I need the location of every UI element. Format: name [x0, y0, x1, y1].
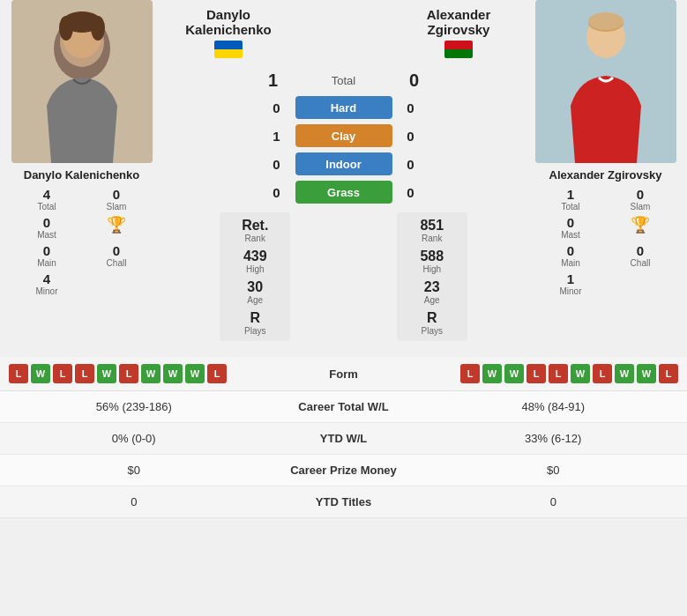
right-form-7: L	[593, 364, 612, 383]
form-label: Form	[282, 367, 406, 381]
surface-row-grass: 0 Grass 0	[167, 181, 520, 204]
left-plays-label: Plays	[228, 326, 281, 336]
surface-row-clay: 1 Clay 0	[167, 124, 520, 147]
right-stat-slam: 0 Slam	[609, 187, 672, 212]
right-form-9: W	[637, 364, 656, 383]
ytd-wl-label: YTD W/L	[256, 432, 432, 445]
left-name-top: DanyloKalenichenko	[167, 7, 290, 37]
ytd-wl-row: 0% (0-0) YTD W/L 33% (6-12)	[0, 423, 687, 455]
right-high-value: 588	[406, 249, 459, 264]
left-rank-value: Ret.	[228, 218, 281, 234]
left-stat-main: 0 Main	[16, 243, 78, 268]
right-form-3: W	[504, 364, 524, 383]
right-flag	[397, 41, 520, 62]
right-stat-total: 1 Total	[540, 187, 602, 212]
left-form-9: W	[185, 364, 205, 383]
total-row: 1 Total 0	[167, 71, 520, 91]
left-form-5: W	[97, 364, 116, 383]
right-player-photo	[535, 0, 676, 163]
right-form-8: W	[615, 364, 634, 383]
svg-point-6	[91, 16, 105, 41]
center-info-panels: Ret. Rank 439 High 30 Age R Plays	[167, 212, 520, 341]
left-form-badges: L W L L W L W W W L	[9, 364, 282, 383]
right-stat-main: 0 Main	[540, 243, 602, 268]
svg-point-10	[588, 12, 624, 30]
career-wl-label: Career Total W/L	[256, 400, 432, 413]
surface-row-hard: 0 Hard 0	[167, 96, 520, 119]
left-form-2: W	[31, 364, 50, 383]
prize-row: $0 Career Prize Money $0	[0, 455, 687, 486]
total-score-left: 1	[256, 71, 291, 91]
left-player-photo	[11, 0, 153, 163]
prize-label: Career Prize Money	[256, 464, 432, 477]
left-ytd-titles: 0	[12, 495, 256, 508]
left-center-info: Ret. Rank 439 High 30 Age R Plays	[220, 212, 290, 341]
right-age-value: 23	[406, 279, 459, 295]
right-name-top: AlexanderZgirovsky	[397, 7, 520, 37]
right-form-1: L	[460, 364, 480, 383]
center-content: DanyloKalenichenko AlexanderZgirovsky 1 …	[163, 0, 524, 348]
svg-point-5	[59, 16, 73, 41]
ytd-titles-label: YTD Titles	[256, 495, 432, 508]
right-player-stats: 1 Total 0 Slam 0 Mast 🏆 0 Main	[540, 187, 672, 296]
form-row: L W L L W L W W W L Form L W W L L W L W	[0, 357, 687, 391]
left-form-6: L	[119, 364, 138, 383]
surface-row-indoor: 0 Indoor 0	[167, 152, 520, 175]
left-stat-slam: 0 Slam	[86, 187, 148, 212]
right-prize: $0	[432, 464, 676, 477]
left-age-value: 30	[228, 279, 281, 295]
left-stat-mast: 0 Mast	[16, 215, 78, 240]
left-stat-total: 4 Total	[16, 187, 78, 212]
surface-rows: 0 Hard 0 1 Clay 0 0 Indoor 0 0 Grass	[167, 96, 520, 204]
right-career-wl: 48% (84-91)	[432, 400, 676, 413]
right-player-card: Alexander Zgirovsky 1 Total 0 Slam 0 Mas…	[524, 0, 687, 348]
left-player-name: Danylo Kalenichenko	[24, 168, 139, 182]
right-ytd-wl: 33% (6-12)	[432, 432, 676, 445]
right-stat-mast: 0 Mast	[540, 215, 602, 240]
ytd-titles-row: 0 YTD Titles 0	[0, 486, 687, 518]
total-score-right: 0	[397, 71, 432, 91]
left-trophy: 🏆	[86, 215, 148, 240]
left-stat-chall: 0 Chall	[86, 243, 148, 268]
main-container: Danylo Kalenichenko 4 Total 0 Slam 0 Mas…	[0, 0, 687, 518]
right-age-label: Age	[406, 295, 459, 305]
right-high-label: High	[406, 264, 459, 274]
career-wl-row: 56% (239-186) Career Total W/L 48% (84-9…	[0, 391, 687, 423]
left-age-label: Age	[228, 295, 281, 305]
right-form-2: W	[482, 364, 502, 383]
hard-badge: Hard	[295, 96, 392, 119]
right-plays-label: Plays	[406, 326, 459, 336]
right-stat-chall: 0 Chall	[609, 243, 672, 268]
left-stat-minor: 4 Minor	[16, 271, 78, 296]
clay-badge: Clay	[295, 124, 392, 147]
right-rank-value: 851	[406, 218, 459, 234]
left-form-10: L	[207, 364, 227, 383]
right-form-4: L	[526, 364, 546, 383]
right-player-name: Alexander Zgirovsky	[549, 168, 662, 182]
right-trophy: 🏆	[609, 215, 672, 240]
right-stat-minor: 1 Minor	[540, 271, 602, 296]
left-form-7: W	[141, 364, 161, 383]
left-form-3: L	[53, 364, 72, 383]
left-career-wl: 56% (239-186)	[12, 400, 256, 413]
left-ytd-wl: 0% (0-0)	[12, 432, 256, 445]
left-form-1: L	[9, 364, 28, 383]
right-form-5: L	[549, 364, 568, 383]
left-player-card: Danylo Kalenichenko 4 Total 0 Slam 0 Mas…	[0, 0, 163, 348]
grass-badge: Grass	[295, 181, 392, 204]
left-rank-label: Rank	[228, 234, 281, 243]
left-form-4: L	[75, 364, 94, 383]
bottom-section: L W L L W L W W W L Form L W W L L W L W	[0, 357, 687, 518]
right-rank-label: Rank	[406, 234, 459, 243]
right-plays-value: R	[406, 310, 459, 326]
left-high-label: High	[228, 264, 281, 274]
left-prize: $0	[12, 464, 256, 477]
top-section: Danylo Kalenichenko 4 Total 0 Slam 0 Mas…	[0, 0, 687, 348]
right-ytd-titles: 0	[432, 495, 676, 508]
right-form-badges: L W W L L W L W W L	[406, 364, 679, 383]
right-form-6: W	[571, 364, 590, 383]
right-form-10: L	[659, 364, 678, 383]
indoor-badge: Indoor	[295, 152, 392, 175]
total-label: Total	[291, 74, 397, 87]
left-form-8: W	[163, 364, 183, 383]
